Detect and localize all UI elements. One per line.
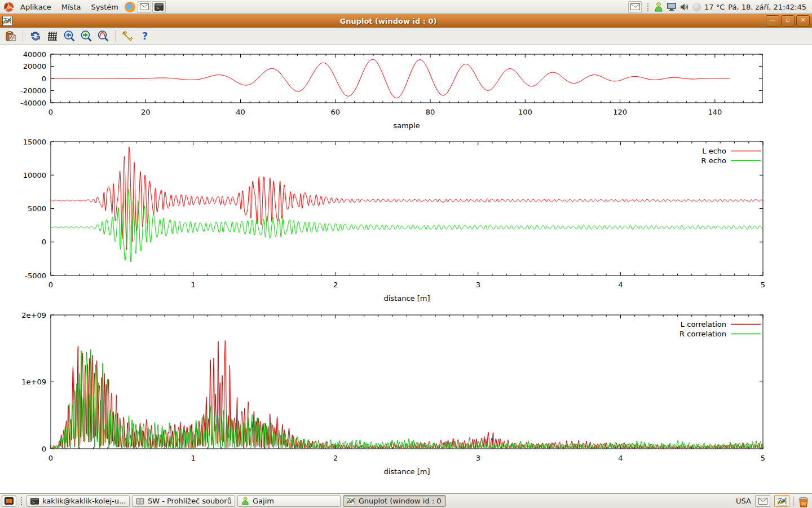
grid-icon — [47, 30, 58, 42]
next-zoom-button[interactable] — [79, 29, 93, 43]
mail-notification-icon[interactable] — [628, 1, 642, 13]
x-tick-label: 40 — [236, 108, 245, 116]
x-axis-label: distance [m] — [383, 294, 430, 303]
gnuplot-window-icon — [2, 16, 12, 26]
ubuntu-logo-icon[interactable] — [2, 1, 15, 13]
show-desktop-button[interactable] — [2, 495, 16, 507]
help-button[interactable]: ? — [138, 29, 152, 43]
close-button[interactable]: ✕ — [796, 15, 810, 27]
series-r-correlation — [51, 349, 763, 449]
terminal-launcher-icon[interactable]: >_ — [152, 1, 166, 13]
menu-places[interactable]: Místa — [57, 2, 86, 12]
mail-icon — [140, 3, 149, 10]
task-gnuplot[interactable]: Gnuplot (window id : 0) — [343, 495, 446, 507]
svg-text:?: ? — [142, 30, 147, 42]
clock[interactable]: Pá, 18. září, 21:42:45 — [728, 3, 806, 11]
show-desktop-icon — [5, 497, 14, 505]
echo-plot: 012345150001000050000-5000distance [m]L … — [23, 138, 766, 303]
help-icon: ? — [139, 30, 151, 42]
task-gajim[interactable]: Gajim — [237, 495, 341, 507]
x-tick-label: 0 — [48, 281, 53, 289]
y-tick-label: 0 — [42, 445, 46, 453]
trash-icon[interactable] — [798, 495, 809, 507]
legend-label: L correlation — [681, 320, 726, 329]
task-file-manager[interactable]: SW - Prohlížeč souborů — [132, 495, 235, 507]
task-label: kaklik@kaklik-kolej-u... — [42, 497, 126, 505]
window-titlebar[interactable]: Gnuplot (window id : 0) — ▫ ✕ — [0, 14, 812, 28]
autoscale-button[interactable] — [96, 29, 110, 43]
series-l-echo — [51, 147, 763, 249]
y-tick-label: 0 — [42, 238, 46, 246]
previous-zoom-button[interactable] — [62, 29, 76, 43]
y-tick-label: -5000 — [25, 271, 46, 280]
toggle-grid-button[interactable] — [45, 29, 59, 43]
y-tick-label: 15000 — [23, 138, 46, 146]
menu-system[interactable]: Systém — [86, 2, 122, 12]
gnuplot-plots[interactable]: 02040608010012014040000200000-20000-4000… — [0, 45, 812, 493]
display-settings-icon[interactable] — [667, 2, 677, 11]
x-tick-label: 1 — [191, 281, 195, 289]
tasklist-handle[interactable] — [20, 497, 23, 505]
autoscale-icon — [97, 30, 109, 42]
y-tick-label: -20000 — [20, 86, 46, 95]
x-tick-label: 5 — [761, 454, 765, 462]
volume-icon[interactable] — [680, 3, 689, 11]
task-label: Gajim — [253, 497, 274, 505]
tray-mail[interactable] — [755, 495, 770, 507]
replot-button[interactable] — [28, 29, 42, 43]
x-tick-label: 60 — [331, 108, 341, 116]
x-axis-label: sample — [393, 121, 420, 130]
weather-icon[interactable] — [692, 3, 701, 11]
refresh-icon — [30, 30, 41, 42]
terminal-icon: >_ — [30, 498, 39, 505]
legend-label: R echo — [701, 156, 726, 165]
keyboard-layout-indicator[interactable]: USA — [736, 497, 751, 505]
y-tick-label: 0 — [42, 75, 46, 83]
gajim-status-icon[interactable] — [654, 2, 663, 12]
settings-button[interactable] — [121, 29, 135, 43]
legend-label: R correlation — [679, 330, 726, 338]
copy-to-clipboard-button[interactable] — [3, 29, 17, 43]
panel-indicators: 17 °C Pá, 18. září, 21:42:45 — [628, 1, 810, 13]
x-tick-label: 0 — [48, 108, 53, 116]
mail-icon — [630, 3, 640, 10]
legend-label: L echo — [702, 147, 726, 155]
gnuplot-toolbar: ? — [0, 28, 812, 45]
clipboard-icon — [5, 30, 16, 42]
tray-gnuplot[interactable] — [774, 495, 789, 507]
gajim-icon — [241, 497, 249, 505]
temperature-label[interactable]: 17 °C — [704, 3, 725, 11]
applet-handle[interactable] — [647, 3, 649, 11]
minimize-button[interactable]: — — [766, 15, 779, 27]
file-manager-icon — [136, 498, 144, 505]
series-l-correlation — [51, 340, 763, 449]
mail-launcher-icon[interactable] — [138, 1, 151, 13]
maximize-button[interactable]: ▫ — [781, 15, 795, 27]
menu-applications[interactable]: Aplikace — [16, 2, 56, 12]
firefox-icon[interactable] — [124, 1, 136, 13]
x-tick-label: 0 — [48, 454, 53, 462]
gnuplot-icon — [778, 497, 787, 506]
x-tick-label: 3 — [476, 281, 480, 289]
plot-border — [51, 54, 762, 103]
series-ping — [51, 59, 729, 98]
x-tick-label: 1 — [191, 454, 195, 462]
gnuplot-canvas: 02040608010012014040000200000-20000-4000… — [0, 45, 812, 493]
x-tick-label: 5 — [761, 281, 765, 289]
x-tick-label: 4 — [618, 281, 623, 289]
series-r-echo — [51, 189, 763, 262]
terminal-icon: >_ — [155, 3, 164, 11]
taskbar: >_ kaklik@kaklik-kolej-u... SW - Prohlíž… — [0, 493, 812, 508]
x-tick-label: 140 — [708, 108, 722, 116]
toolbar-separator — [115, 30, 116, 42]
y-tick-label: 2e+09 — [21, 311, 46, 319]
x-tick-label: 4 — [618, 454, 623, 462]
task-terminal[interactable]: >_ kaklik@kaklik-kolej-u... — [27, 495, 130, 507]
x-tick-label: 3 — [476, 454, 480, 462]
x-tick-label: 100 — [518, 108, 532, 116]
svg-text:>_: >_ — [156, 6, 162, 10]
y-tick-label: 10000 — [23, 171, 46, 179]
y-tick-label: 40000 — [23, 50, 46, 59]
gnome-panel: Aplikace Místa Systém >_ — [0, 0, 812, 14]
taskbar-tray: USA — [736, 495, 810, 507]
